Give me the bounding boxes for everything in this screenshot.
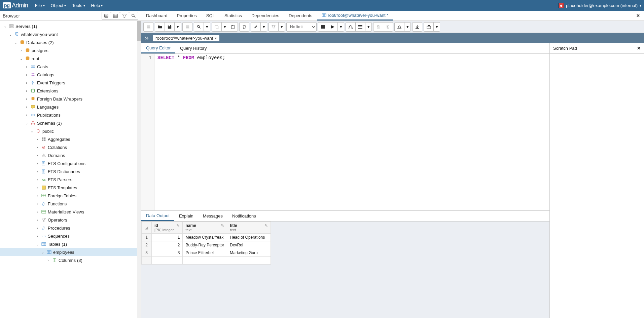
tree-toggle-icon[interactable]: › [35, 234, 40, 238]
edit-button[interactable] [251, 22, 261, 32]
delete-button[interactable] [239, 22, 249, 32]
tab-sql[interactable]: SQL [202, 11, 220, 21]
rows-limit-select[interactable]: No limit [286, 22, 317, 32]
cell-title[interactable]: Head of Operations [227, 234, 271, 241]
view-data-button[interactable] [111, 12, 120, 20]
tree-item-root[interactable]: ⌄root [0, 54, 141, 63]
editor-code[interactable]: SELECT * FROM employees; [155, 54, 228, 210]
clear-button[interactable] [394, 22, 404, 32]
tree-item-foreign-data-wrappers[interactable]: ›Foreign Data Wrappers [0, 95, 141, 103]
tree-item-languages[interactable]: ›Languages [0, 103, 141, 111]
output-tab-notifications[interactable]: Notifications [227, 211, 261, 221]
tree-toggle-icon[interactable]: ⌄ [35, 242, 40, 246]
tree-toggle-icon[interactable]: ⌄ [19, 57, 24, 61]
cell-title[interactable]: DevRel [227, 241, 271, 249]
tree-item-whatever-you-want[interactable]: ⌄whatever-you-want [0, 30, 141, 38]
results-grid[interactable]: ◢id[PK] integer✎nametext✎titletext✎ 11Me… [141, 222, 271, 265]
tree-item-publications[interactable]: ›Publications [0, 111, 141, 119]
download-button[interactable] [412, 22, 422, 32]
filter-dropdown[interactable]: ▾ [278, 22, 285, 32]
cell-name[interactable]: Prince Flitterbell [183, 249, 227, 257]
tree-item-event-triggers[interactable]: ›Event Triggers [0, 79, 141, 87]
tree-toggle-icon[interactable]: › [35, 154, 40, 157]
tree-toggle-icon[interactable]: › [24, 97, 29, 101]
macros-button[interactable] [424, 22, 434, 32]
tab-statistics[interactable]: Statistics [220, 11, 247, 21]
tree-item-functions[interactable]: ›()Functions [0, 200, 141, 208]
paste-button[interactable] [228, 22, 238, 32]
commit-button[interactable]: ⎘ [373, 22, 383, 32]
tree-item-databases-2-[interactable]: ⌄Databases (2) [0, 38, 141, 46]
menu-tools[interactable]: Tools▾ [72, 3, 85, 8]
cell-name[interactable]: Meadow Crystalfreak [183, 234, 227, 241]
filter-button[interactable] [269, 22, 279, 32]
search-objects-button[interactable] [129, 12, 138, 20]
tree-item-fts-templates[interactable]: ›FTS Templates [0, 184, 141, 192]
clear-dropdown[interactable]: ▾ [404, 22, 411, 32]
tree-toggle-icon[interactable]: › [24, 113, 29, 117]
tree-toggle-icon[interactable]: ⌄ [8, 33, 13, 36]
table-row[interactable]: 33Prince FlitterbellMarketing Guru [142, 249, 271, 257]
tree-toggle-icon[interactable]: › [24, 73, 29, 77]
tree-item-procedures[interactable]: ›{}Procedures [0, 224, 141, 232]
explain-analyze-button[interactable] [355, 22, 365, 32]
tree-toggle-icon[interactable]: › [35, 186, 40, 190]
cell-name[interactable]: Buddy-Ray Perceptor [183, 241, 227, 249]
find-dropdown[interactable]: ▾ [204, 22, 210, 32]
tree-toggle-icon[interactable]: ⌄ [30, 129, 34, 133]
tree-toggle-icon[interactable]: › [35, 137, 40, 141]
tree-item-fts-dictionaries[interactable]: ›FTS Dictionaries [0, 167, 141, 175]
tree-item-aggregates[interactable]: ›Aggregates [0, 135, 141, 143]
tree-toggle-icon[interactable]: › [35, 194, 40, 198]
cell-id[interactable]: 3 [152, 249, 183, 257]
execute-button[interactable] [328, 22, 338, 32]
empty-row[interactable] [142, 257, 271, 265]
edit-column-icon[interactable]: ✎ [264, 223, 268, 228]
tab-dependencies[interactable]: Dependencies [247, 11, 284, 21]
execute-dropdown[interactable]: ▾ [337, 22, 344, 32]
edit-dropdown[interactable]: ▾ [260, 22, 267, 32]
open-query-tool-button[interactable]: ▤ [143, 22, 153, 32]
save-file-dropdown[interactable]: ▾ [174, 22, 181, 32]
menu-file[interactable]: File▾ [35, 3, 45, 8]
column-header-id[interactable]: id[PK] integer✎ [152, 222, 183, 234]
tree-item-extensions[interactable]: ›Extensions [0, 87, 141, 95]
tree-toggle-icon[interactable]: ⌄ [13, 41, 18, 44]
tab-dependents[interactable]: Dependents [284, 11, 317, 21]
tab-dashboard[interactable]: Dashboard [141, 11, 172, 21]
save-file-button[interactable] [165, 22, 175, 32]
tree-item-materialized-views[interactable]: ›Materialized Views [0, 208, 141, 216]
tree-item-postgres[interactable]: ›postgres [0, 46, 141, 54]
connection-selector[interactable]: root/root@whatever-you-want ▾ [153, 35, 219, 41]
table-row[interactable]: 11Meadow CrystalfreakHead of Operations [142, 234, 271, 241]
close-tab-button[interactable]: ✕ [632, 11, 644, 21]
tree-item-servers-1-[interactable]: ⌄Servers (1) [0, 22, 141, 30]
tree-toggle-icon[interactable]: › [35, 226, 40, 230]
macros-dropdown[interactable]: ▾ [433, 22, 440, 32]
edit-column-icon[interactable]: ✎ [221, 223, 224, 228]
cell-id[interactable]: 1 [152, 234, 183, 241]
tree-item-public[interactable]: ⌄public [0, 127, 141, 135]
save-data-changes-button[interactable]: ▤ [182, 22, 192, 32]
tree-item-fts-configurations[interactable]: ›FTS Configurations [0, 159, 141, 167]
table-row[interactable]: 22Buddy-Ray PerceptorDevRel [142, 241, 271, 249]
output-tab-messages[interactable]: Messages [198, 211, 227, 221]
tree-toggle-icon[interactable]: ⌄ [3, 25, 7, 28]
sidebar-scrollbar[interactable] [137, 21, 141, 318]
cell-title[interactable]: Marketing Guru [227, 249, 271, 257]
tree-item-employees[interactable]: ⌄employees [0, 248, 141, 256]
copy-dropdown[interactable]: ▾ [221, 22, 228, 32]
tree-item-tables-1-[interactable]: ⌄Tables (1) [0, 240, 141, 248]
tree-toggle-icon[interactable]: › [35, 170, 40, 173]
tree-toggle-icon[interactable]: › [24, 65, 29, 69]
explain-dropdown[interactable]: ▾ [365, 22, 372, 32]
tree-item-foreign-tables[interactable]: ›Foreign Tables [0, 192, 141, 200]
tree-item-catalogs[interactable]: ›Catalogs [0, 71, 141, 79]
menu-object[interactable]: Object▾ [51, 3, 66, 8]
tree-item-columns-3-[interactable]: ›Columns (3) [0, 256, 141, 264]
stop-button[interactable] [318, 22, 328, 32]
filter-rows-button[interactable] [120, 12, 129, 20]
scratch-pad-body[interactable] [550, 54, 644, 318]
tree-item-domains[interactable]: ›Domains [0, 151, 141, 159]
tree-toggle-icon[interactable]: › [35, 146, 40, 149]
